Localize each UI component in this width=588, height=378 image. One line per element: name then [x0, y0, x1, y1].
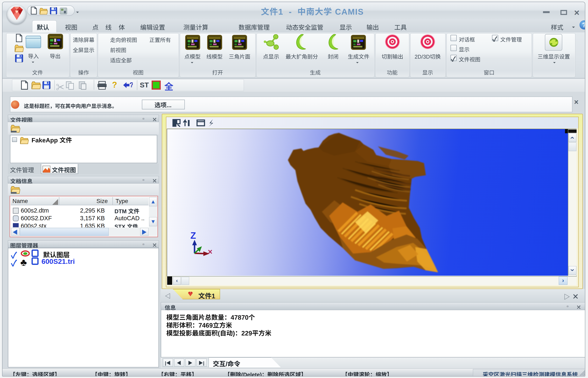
- svg-text:?: ?: [129, 81, 133, 89]
